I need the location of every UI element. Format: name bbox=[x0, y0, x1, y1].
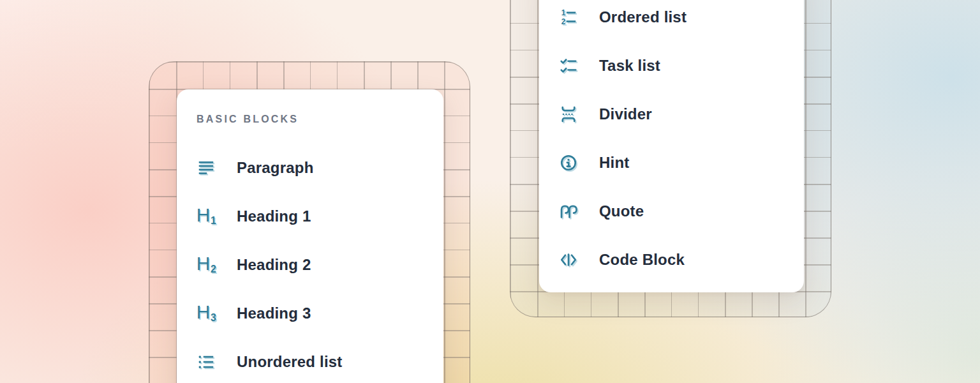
menu-item-label: Paragraph bbox=[237, 159, 314, 177]
menu-item-task-list[interactable]: Task list bbox=[539, 41, 804, 90]
menu-item-label: Code Block bbox=[599, 251, 685, 269]
menu-item-heading-3[interactable]: H3Heading 3 bbox=[177, 289, 443, 338]
menu-item-hint[interactable]: Hint bbox=[539, 139, 804, 187]
section-label-basic-blocks: BASIC BLOCKS bbox=[197, 113, 443, 125]
menu-item-code-block[interactable]: Code Block bbox=[539, 236, 804, 284]
menu-item-label: Quote bbox=[599, 202, 644, 220]
heading-2-icon: H2 bbox=[196, 255, 216, 275]
menu-item-label: Ordered list bbox=[599, 8, 687, 26]
basic-blocks-list: ParagraphH1Heading 1H2Heading 2H3Heading… bbox=[177, 144, 443, 383]
menu-item-heading-2[interactable]: H2Heading 2 bbox=[177, 241, 443, 289]
insert-blocks-menu: 1212Ordered listTask listDividerHintQuot… bbox=[539, 0, 804, 292]
code-block-icon bbox=[558, 250, 579, 270]
insert-blocks-list: 1212Ordered listTask listDividerHintQuot… bbox=[539, 0, 804, 284]
basic-blocks-menu: BASIC BLOCKS ParagraphH1Heading 1H2Headi… bbox=[177, 89, 443, 383]
menu-item-label: Heading 3 bbox=[237, 304, 311, 322]
task-list-icon bbox=[558, 56, 579, 76]
menu-item-ordered-list[interactable]: 1212Ordered list bbox=[539, 0, 804, 41]
menu-item-label: Heading 2 bbox=[237, 256, 311, 274]
menu-item-paragraph[interactable]: Paragraph bbox=[177, 144, 443, 192]
menu-item-heading-1[interactable]: H1Heading 1 bbox=[177, 192, 443, 241]
menu-item-label: Heading 1 bbox=[237, 207, 311, 225]
editor-background: { "colors": { "icon_primary": "#2e7d99",… bbox=[0, 0, 980, 383]
heading-3-icon: H3 bbox=[196, 303, 216, 324]
svg-text:1: 1 bbox=[561, 8, 566, 17]
heading-1-icon: H1 bbox=[196, 206, 216, 227]
menu-item-quote[interactable]: Quote bbox=[539, 187, 804, 236]
menu-item-label: Divider bbox=[599, 105, 652, 123]
menu-item-divider[interactable]: Divider bbox=[539, 90, 804, 139]
quote-icon bbox=[558, 201, 579, 222]
paragraph-icon bbox=[196, 158, 216, 178]
menu-item-label: Hint bbox=[599, 154, 629, 172]
menu-item-label: Task list bbox=[599, 57, 660, 75]
svg-text:2: 2 bbox=[561, 17, 566, 26]
unordered-list-icon bbox=[196, 352, 216, 372]
hint-icon bbox=[558, 153, 579, 173]
menu-item-unordered-list[interactable]: Unordered list bbox=[177, 338, 443, 383]
menu-item-label: Unordered list bbox=[237, 353, 343, 371]
ordered-list-icon: 1212 bbox=[558, 7, 579, 27]
divider-icon bbox=[558, 104, 579, 124]
